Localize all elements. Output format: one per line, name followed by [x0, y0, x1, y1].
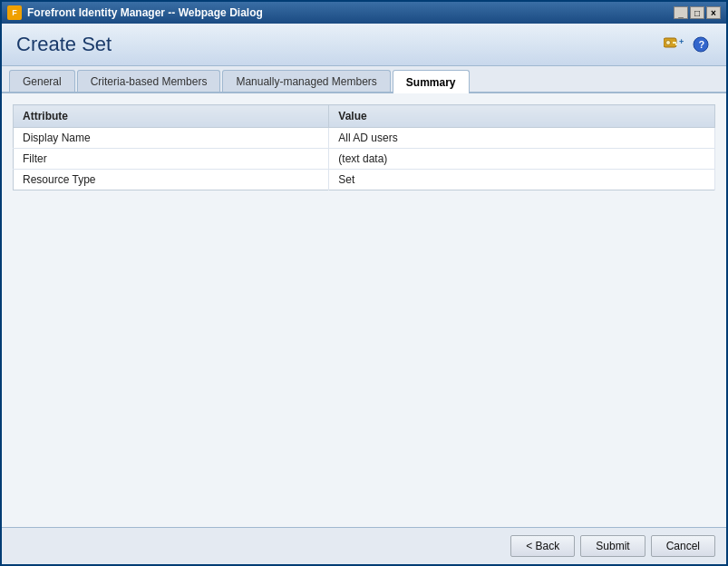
app-icon: F [7, 5, 22, 20]
tab-summary[interactable]: Summary [393, 70, 470, 93]
title-bar: F Forefront Identity Manager -- Webpage … [2, 2, 726, 24]
tab-criteria[interactable]: Criteria-based Members [77, 70, 221, 92]
minimize-button[interactable]: _ [674, 6, 688, 19]
svg-text:?: ? [699, 39, 705, 50]
tab-manual[interactable]: Manually-managed Members [222, 70, 390, 92]
cell-attribute: Resource Type [14, 170, 329, 190]
cell-attribute: Display Name [14, 128, 329, 149]
table-row: Resource TypeSet [14, 170, 715, 190]
svg-rect-3 [675, 44, 677, 45]
submit-button[interactable]: Submit [580, 535, 645, 557]
add-key-icon: + [664, 35, 684, 54]
help-icon: ? [693, 36, 709, 53]
footer: < Back Submit Cancel [2, 527, 726, 564]
back-button[interactable]: < Back [510, 535, 575, 557]
svg-point-1 [666, 41, 671, 45]
summary-table: Attribute Value Display NameAll AD users… [13, 104, 715, 190]
cancel-button[interactable]: Cancel [651, 535, 715, 557]
tabs-bar: General Criteria-based Members Manually-… [2, 66, 726, 93]
col-header-attribute: Attribute [14, 105, 329, 128]
maximize-button[interactable]: □ [690, 6, 704, 19]
title-bar-left: F Forefront Identity Manager -- Webpage … [7, 5, 263, 20]
svg-rect-2 [673, 42, 676, 44]
header-icons: + ? [663, 34, 712, 54]
col-header-value: Value [329, 105, 715, 128]
cell-value: (text data) [329, 149, 715, 170]
header-area: Create Set + ? [2, 24, 726, 66]
page-title: Create Set [16, 33, 112, 56]
close-button[interactable]: × [706, 6, 721, 19]
dialog-window: F Forefront Identity Manager -- Webpage … [0, 0, 728, 566]
tab-general[interactable]: General [9, 70, 75, 92]
cell-value: All AD users [329, 128, 715, 149]
svg-text:+: + [679, 37, 684, 46]
title-controls: _ □ × [674, 6, 721, 19]
cell-attribute: Filter [14, 149, 329, 170]
help-icon-button[interactable]: ? [690, 34, 712, 54]
add-key-icon-button[interactable]: + [663, 34, 684, 54]
cell-value: Set [329, 170, 715, 190]
window-title: Forefront Identity Manager -- Webpage Di… [27, 6, 263, 19]
content-area: Attribute Value Display NameAll AD users… [2, 93, 726, 527]
table-row: Filter(text data) [14, 149, 715, 170]
table-row: Display NameAll AD users [14, 128, 715, 149]
